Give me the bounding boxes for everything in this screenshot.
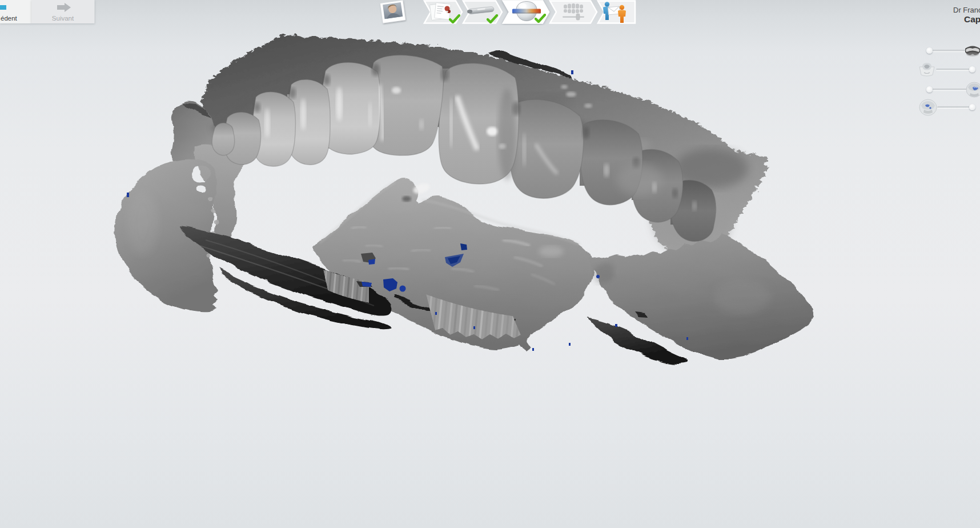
patient-form-icon bbox=[430, 3, 451, 21]
next-button[interactable]: Suivant bbox=[31, 0, 95, 23]
slider-knob-both-jaws[interactable] bbox=[926, 86, 933, 93]
arrow-right-icon bbox=[57, 3, 71, 12]
workflow-toolbar bbox=[423, 0, 638, 25]
next-button-label: Suivant bbox=[31, 15, 94, 22]
previous-button-label: édent bbox=[0, 15, 32, 22]
upper-arch-dark-icon bbox=[964, 42, 980, 58]
slider-knob-upper-jaw[interactable] bbox=[926, 47, 933, 54]
patient-name: Capl bbox=[964, 14, 980, 25]
slider-knob-lower-jaw[interactable] bbox=[969, 66, 975, 73]
slider-knob-bite-marks[interactable] bbox=[969, 104, 975, 110]
scan-viewport[interactable] bbox=[0, 0, 980, 528]
patient-photo[interactable] bbox=[378, 0, 408, 25]
previous-button[interactable]: édent bbox=[0, 0, 31, 23]
teeth-slider-icon bbox=[563, 3, 584, 20]
lower-jaw-light-icon bbox=[917, 61, 937, 78]
arrow-left-icon bbox=[0, 3, 6, 12]
jaws-blue-icon bbox=[965, 81, 980, 99]
jaw-blue-marks-icon bbox=[918, 98, 938, 117]
doctor-name: Dr Franc bbox=[953, 6, 980, 14]
